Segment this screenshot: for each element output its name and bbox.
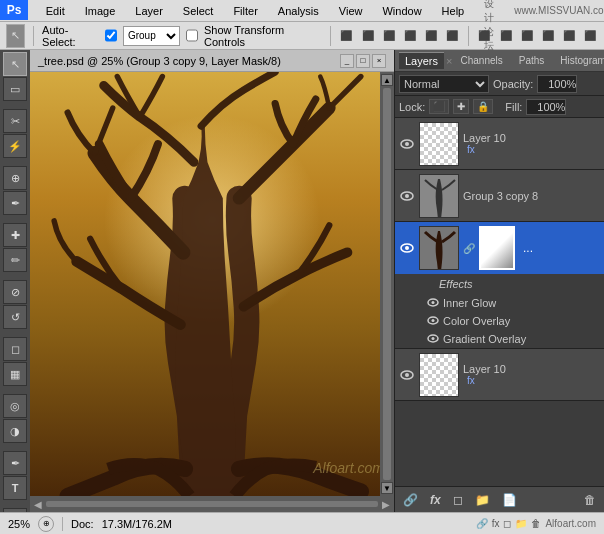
new-layer-btn[interactable]: 📄	[498, 491, 521, 509]
menu-image[interactable]: Image	[81, 3, 120, 19]
align-top-icon[interactable]: ⬛	[402, 28, 417, 44]
layer-fx-badge[interactable]: fx	[467, 375, 600, 386]
menu-edit[interactable]: Edit	[42, 3, 69, 19]
scroll-up-btn[interactable]: ▲	[381, 74, 393, 86]
svg-point-1	[405, 142, 409, 146]
pen-tool[interactable]: ✒	[3, 451, 27, 475]
add-style-btn[interactable]: fx	[426, 491, 445, 509]
distribute-right-icon[interactable]: ⬛	[519, 28, 534, 44]
canvas-scroll-x[interactable]: ◀ ▶	[30, 496, 394, 512]
tab-channels[interactable]: Channels	[454, 53, 508, 68]
color-overlay-visibility[interactable]	[427, 316, 439, 327]
dodge-tool[interactable]: ◑	[3, 419, 27, 443]
auto-select-type[interactable]: Group Layer	[123, 26, 180, 46]
folder-icon[interactable]: 📁	[515, 518, 527, 529]
menu-select[interactable]: Select	[179, 3, 218, 19]
path-select-tool[interactable]: ↖	[3, 508, 27, 512]
gradient-overlay-visibility[interactable]	[427, 334, 439, 345]
marquee-tool[interactable]: ▭	[3, 77, 27, 101]
link-icon[interactable]: 🔗	[476, 518, 488, 529]
heal-tool[interactable]: ✚	[3, 223, 27, 247]
scroll-down-btn[interactable]: ▼	[381, 482, 393, 494]
inner-glow-visibility[interactable]	[427, 298, 439, 309]
site-label: Alfoart.com	[545, 518, 596, 529]
mask-icon[interactable]: ◻	[503, 518, 511, 529]
effect-item-color-overlay[interactable]: Color Overlay	[395, 312, 604, 330]
layer-item[interactable]: Group 3 copy 8	[395, 170, 604, 222]
scroll-thumb-h[interactable]	[46, 501, 378, 507]
crop-tool[interactable]: ⊕	[3, 166, 27, 190]
left-tools-panel: Ps ↖ ▭ ✂ ⚡ ⊕ ✒ ✚ ✏ ⊘ ↺ ◻ ▦	[0, 50, 30, 512]
trash-icon[interactable]: 🗑	[531, 518, 541, 529]
gradient-tool[interactable]: ▦	[3, 362, 27, 386]
lock-row: Lock: ⬛ ✚ 🔒 Fill:	[395, 96, 604, 118]
menu-help[interactable]: Help	[438, 3, 469, 19]
menu-window[interactable]: Window	[378, 3, 425, 19]
distribute-left-icon[interactable]: ⬛	[477, 28, 492, 44]
distribute-bottom-icon[interactable]: ⬛	[583, 28, 598, 44]
layer-item-active[interactable]: 🔗 ...	[395, 222, 604, 274]
layer-thumbnail	[419, 226, 459, 270]
layer-fx-badge[interactable]: fx	[467, 144, 600, 155]
type-tool[interactable]: T	[3, 476, 27, 500]
menu-filter[interactable]: Filter	[229, 3, 261, 19]
align-center-h-icon[interactable]: ⬛	[360, 28, 375, 44]
history-brush-tool[interactable]: ↺	[3, 305, 27, 329]
eraser-tool[interactable]: ◻	[3, 337, 27, 361]
maximize-btn[interactable]: □	[356, 54, 370, 68]
lasso-tool[interactable]: ✂	[3, 109, 27, 133]
minimize-btn[interactable]: _	[340, 54, 354, 68]
auto-select-checkbox[interactable]	[105, 29, 117, 42]
close-btn[interactable]: ×	[372, 54, 386, 68]
clone-tool[interactable]: ⊘	[3, 280, 27, 304]
tab-paths[interactable]: Paths	[513, 53, 551, 68]
menu-layer[interactable]: Layer	[131, 3, 167, 19]
blend-mode-select[interactable]: Normal Multiply Screen Overlay	[399, 75, 489, 93]
distribute-top-icon[interactable]: ⬛	[540, 28, 555, 44]
distribute-middle-icon[interactable]: ⬛	[562, 28, 577, 44]
tab-layers[interactable]: Layers	[399, 52, 444, 69]
lock-pixels-btn[interactable]: ⬛	[429, 99, 449, 114]
scroll-right-btn[interactable]: ▶	[382, 499, 390, 510]
brush-tool[interactable]: ✏	[3, 248, 27, 272]
menu-view[interactable]: View	[335, 3, 367, 19]
move-tool-btn[interactable]: ↖	[6, 24, 25, 48]
scroll-left-btn[interactable]: ◀	[34, 499, 42, 510]
layer-info: Layer 10 fx	[463, 132, 600, 155]
link-layers-btn[interactable]: 🔗	[399, 491, 422, 509]
delete-layer-btn[interactable]: 🗑	[580, 491, 600, 509]
align-left-icon[interactable]: ⬛	[339, 28, 354, 44]
lock-all-btn[interactable]: 🔒	[473, 99, 493, 114]
layer-name: Layer 10	[463, 363, 600, 375]
magic-wand-tool[interactable]: ⚡	[3, 134, 27, 158]
fx-icon[interactable]: fx	[492, 518, 500, 529]
align-bottom-icon[interactable]: ⬛	[445, 28, 460, 44]
tab-histogram[interactable]: Histogram	[554, 53, 604, 68]
show-transform-checkbox[interactable]	[186, 29, 198, 42]
effect-item-gradient-overlay[interactable]: Gradient Overlay	[395, 330, 604, 348]
layer-visibility-toggle[interactable]	[399, 240, 415, 256]
layer-visibility-toggle[interactable]	[399, 367, 415, 383]
blur-tool[interactable]: ◎	[3, 394, 27, 418]
layer-visibility-toggle[interactable]	[399, 136, 415, 152]
add-mask-btn[interactable]: ◻	[449, 491, 467, 509]
menu-analysis[interactable]: Analysis	[274, 3, 323, 19]
effect-item-inner-glow[interactable]: Inner Glow	[395, 294, 604, 312]
zoom-indicator-btn[interactable]: ⊕	[38, 516, 54, 532]
scroll-thumb-v[interactable]	[383, 88, 391, 480]
new-group-btn[interactable]: 📁	[471, 491, 494, 509]
layer-thumbnail	[419, 353, 459, 397]
lock-position-btn[interactable]: ✚	[453, 99, 469, 114]
layer-item[interactable]: Layer 10 fx	[395, 118, 604, 170]
eyedropper-tool[interactable]: ✒	[3, 191, 27, 215]
distribute-center-h-icon[interactable]: ⬛	[498, 28, 513, 44]
opacity-input[interactable]	[537, 75, 577, 93]
layer-item[interactable]: Layer 10 fx	[395, 349, 604, 401]
align-right-icon[interactable]: ⬛	[381, 28, 396, 44]
align-middle-icon[interactable]: ⬛	[424, 28, 439, 44]
fill-input[interactable]	[526, 99, 566, 115]
layer-more-btn[interactable]: ...	[519, 241, 537, 255]
layer-mask-link[interactable]: 🔗	[463, 243, 475, 254]
layer-visibility-toggle[interactable]	[399, 188, 415, 204]
move-tool[interactable]: ↖	[3, 52, 27, 76]
